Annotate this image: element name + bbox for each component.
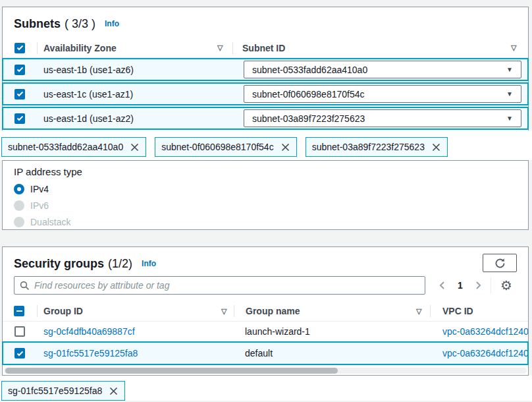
ip-address-type-panel: IP address type IPv4 IPv6 Dualstack [2, 160, 529, 230]
caret-down-icon: ▼ [506, 90, 513, 98]
vpc-id-link[interactable]: vpc-0a63264dcf1240 [442, 343, 527, 364]
header-divider [232, 42, 233, 54]
subnets-header: Subnets ( 3/3 ) Info [14, 13, 119, 34]
radio-disabled-icon [14, 217, 24, 227]
subnet-token-group: subnet-0533fadd62aa410a0 subnet-0f060698… [1, 137, 448, 157]
column-availability-zone[interactable]: Availability Zone [43, 38, 117, 57]
radio-label: IPv4 [30, 184, 49, 194]
radio-label: IPv6 [30, 200, 49, 211]
ip-address-type-label: IP address type [14, 166, 82, 177]
radio-disabled-icon [14, 200, 24, 211]
subnet-id-select[interactable]: subnet-03a89f7223f275623 ▼ [244, 109, 521, 127]
subnets-count: ( 3/3 ) [65, 17, 95, 31]
refresh-button[interactable] [483, 254, 517, 272]
select-all-subnets-checkbox[interactable] [14, 38, 25, 57]
x-mark-icon [431, 142, 441, 152]
availability-zone-value: us-east-1c (use1-az1) [43, 84, 133, 104]
column-group-id[interactable]: Group ID [43, 301, 83, 321]
subnet-row-checkbox[interactable] [14, 59, 25, 80]
header-divider [37, 305, 38, 317]
sort-icon[interactable]: ▽ [221, 301, 226, 321]
page: Subnets ( 3/3 ) Info Availability Zone ▽… [0, 0, 532, 402]
subnet-row-us-east-1b[interactable]: us-east-1b (use1-az6) subnet-0533fadd62a… [2, 58, 529, 81]
security-group-row-default[interactable]: sg-01fc5517e59125fa8 default vpc-0a63264… [2, 341, 529, 365]
subnet-token: subnet-03a89f7223f275623 [306, 137, 448, 157]
subnet-id-selected-value: subnet-0533fadd62aa410a0 [252, 65, 367, 75]
pagination: 1 [434, 276, 487, 295]
subnet-token: subnet-0533fadd62aa410a0 [1, 137, 146, 157]
caret-down-icon: ▼ [506, 66, 513, 73]
scrollbar-thumb[interactable] [5, 368, 338, 374]
security-group-row-launch-wizard-1[interactable]: sg-0cf4dfb40a69887cf launch-wizard-1 vpc… [3, 322, 528, 341]
dismiss-token-button[interactable] [280, 142, 290, 152]
subnets-table-header: Availability Zone ▽ Subnet ID ▽ [3, 38, 528, 58]
radio-selected-icon [14, 184, 24, 194]
refresh-icon [494, 258, 506, 269]
security-groups-panel: Security groups (1/2) Info 1 [2, 246, 529, 376]
token-label: subnet-03a89f7223f275623 [312, 142, 425, 152]
sg-token-group: sg-01fc5517e59125fa8 [1, 381, 125, 401]
ip-address-type-radio-group: IPv4 IPv6 Dualstack [14, 181, 70, 230]
sort-icon[interactable]: ▽ [511, 38, 516, 57]
checkbox-checked-icon [14, 113, 25, 124]
dismiss-token-button[interactable] [130, 142, 140, 152]
checkbox-unchecked-icon [14, 326, 25, 337]
page-number[interactable]: 1 [458, 280, 463, 291]
subnet-id-selected-value: subnet-0f060698e8170f54c [252, 89, 364, 100]
availability-zone-value: us-east-1b (use1-az6) [43, 59, 134, 80]
subnet-id-selected-value: subnet-03a89f7223f275623 [252, 113, 365, 124]
sg-row-checkbox[interactable] [14, 343, 25, 364]
checkbox-checked-icon [14, 348, 25, 359]
subnet-row-checkbox[interactable] [14, 108, 25, 129]
subnet-row-checkbox[interactable] [14, 84, 25, 104]
x-mark-icon [109, 386, 119, 396]
caret-down-icon: ▼ [506, 115, 513, 122]
subnets-info-link[interactable]: Info [105, 19, 119, 28]
column-subnet-id[interactable]: Subnet ID [242, 38, 285, 57]
subnets-title: Subnets [14, 17, 61, 31]
toolbar-divider [491, 277, 491, 293]
subnet-token: subnet-0f060698e8170f54c [155, 137, 296, 157]
subnet-id-select[interactable]: subnet-0533fadd62aa410a0 ▼ [244, 61, 521, 78]
security-groups-header: Security groups (1/2) Info [14, 253, 156, 274]
previous-page-button[interactable] [434, 277, 450, 293]
search-input[interactable] [34, 280, 419, 291]
group-id-link[interactable]: sg-0cf4dfb40a69887cf [43, 322, 135, 341]
vpc-id-link[interactable]: vpc-0a63264dcf1240 [442, 322, 528, 341]
security-groups-title: Security groups [14, 257, 104, 271]
token-label: sg-01fc5517e59125fa8 [8, 386, 102, 396]
horizontal-scrollbar [4, 368, 527, 374]
dismiss-token-button[interactable] [431, 142, 441, 152]
search-box [14, 276, 425, 295]
security-groups-table-header: Group ID ▽ Group name ▽ VPC ID [3, 301, 528, 322]
sg-token: sg-01fc5517e59125fa8 [1, 381, 125, 401]
radio-option-dualstack: Dualstack [14, 214, 70, 230]
sort-icon[interactable]: ▽ [217, 38, 223, 57]
subnet-row-us-east-1c[interactable]: us-east-1c (use1-az1) subnet-0f060698e81… [2, 82, 529, 105]
sort-icon[interactable]: ▽ [416, 301, 421, 321]
subnet-row-us-east-1d[interactable]: us-east-1d (use1-az2) subnet-03a89f7223f… [2, 107, 529, 130]
token-label: subnet-0f060698e8170f54c [161, 142, 273, 152]
header-divider [430, 305, 431, 317]
subnet-id-select[interactable]: subnet-0f060698e8170f54c ▼ [244, 85, 521, 103]
availability-zone-value: us-east-1d (use1-az2) [43, 108, 134, 129]
checkbox-checked-icon [14, 65, 25, 75]
header-divider [37, 42, 38, 54]
chevron-left-icon [439, 281, 445, 290]
x-mark-icon [130, 142, 140, 152]
radio-option-ipv4[interactable]: IPv4 [14, 181, 70, 197]
checkbox-indeterminate-icon [14, 306, 24, 316]
sg-row-checkbox[interactable] [14, 322, 25, 341]
security-groups-count: (1/2) [108, 257, 132, 271]
checkbox-checked-icon [14, 43, 25, 53]
settings-button[interactable]: ⚙ [496, 276, 516, 295]
select-all-groups-checkbox[interactable] [14, 301, 24, 321]
dismiss-token-button[interactable] [109, 386, 119, 396]
group-id-link[interactable]: sg-01fc5517e59125fa8 [43, 343, 138, 364]
radio-option-ipv6: IPv6 [14, 197, 70, 214]
column-group-name[interactable]: Group name [246, 301, 300, 321]
header-divider [234, 305, 234, 317]
next-page-button[interactable] [471, 277, 487, 293]
security-groups-info-link[interactable]: Info [142, 259, 156, 268]
x-mark-icon [280, 142, 290, 152]
